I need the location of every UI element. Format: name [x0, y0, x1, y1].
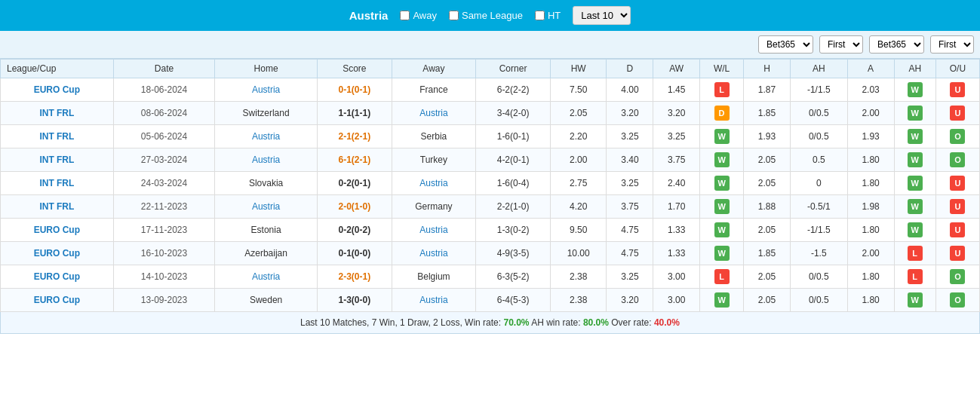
col-score: Score — [317, 60, 392, 78]
wl-badge: W — [714, 199, 730, 214]
bet365-select-2[interactable]: Bet365 — [869, 35, 924, 54]
date-label: 22-11-2023 — [141, 201, 187, 212]
col-away: Away — [392, 60, 475, 78]
a-value: 1.80 — [862, 178, 879, 188]
d-value: 4.75 — [621, 225, 638, 235]
league-label: EURO Cup — [34, 84, 80, 95]
win-rate: 70.0% — [503, 317, 529, 328]
table-row: INT FRL08-06-2024Switzerland1-1(1-1)Aust… — [1, 102, 980, 125]
hw-value: 2.05 — [570, 108, 587, 118]
ht-checkbox-label[interactable]: HT — [535, 10, 561, 21]
ah-badge: W — [908, 129, 923, 144]
home-team[interactable]: Austria — [252, 201, 280, 212]
d-value: 3.20 — [621, 108, 638, 118]
first-select-2[interactable]: First — [930, 35, 974, 54]
footer-cell: Last 10 Matches, 7 Win, 1 Draw, 2 Loss, … — [1, 312, 980, 334]
date-label: 24-03-2024 — [141, 178, 187, 188]
ou-badge: O — [950, 269, 965, 284]
wl-badge: W — [714, 222, 730, 237]
away-team[interactable]: Austria — [419, 295, 447, 305]
aw-value: 2.40 — [668, 178, 685, 188]
corner-value: 6-2(2-2) — [497, 84, 530, 95]
ah-text: AH win rate: — [530, 317, 583, 328]
aw-value: 3.25 — [668, 131, 685, 142]
ah-badge: W — [908, 292, 923, 308]
last-n-select[interactable]: Last 10 Last 20 Last 30 — [573, 6, 631, 25]
league-label: EURO Cup — [34, 225, 80, 235]
col-a: A — [847, 60, 894, 78]
wl-badge: L — [714, 82, 730, 97]
table-row: EURO Cup16-10-2023Azerbaijan0-1(0-0)Aust… — [1, 242, 980, 265]
first-select-1[interactable]: First — [819, 35, 863, 54]
d-value: 4.00 — [621, 84, 638, 95]
hw-value: 7.50 — [570, 84, 587, 95]
over-text: Over rate: — [609, 317, 654, 328]
h-value: 1.85 — [758, 108, 776, 118]
league-label: INT FRL — [39, 131, 74, 142]
ou-badge: O — [950, 292, 965, 308]
score-value: 2-1(2-1) — [338, 131, 370, 142]
league-label: INT FRL — [39, 155, 74, 165]
matches-table: League/Cup Date Home Score Away Corner H… — [0, 59, 980, 334]
d-value: 3.75 — [621, 201, 638, 212]
same-league-checkbox[interactable] — [449, 11, 459, 20]
wl-badge: L — [714, 269, 730, 284]
away-checkbox[interactable] — [400, 11, 410, 20]
a-value: 1.80 — [862, 295, 879, 305]
wl-badge: W — [714, 176, 730, 191]
ah-badge: W — [908, 176, 923, 191]
aw-value: 3.20 — [668, 108, 685, 118]
d-value: 3.25 — [621, 178, 638, 188]
h-value: 2.05 — [758, 271, 776, 282]
wl-badge: W — [714, 152, 730, 167]
league-label: EURO Cup — [34, 271, 80, 282]
ou-badge: U — [950, 199, 965, 214]
col-corner: Corner — [476, 60, 551, 78]
home-team: Sweden — [250, 295, 282, 305]
away-team[interactable]: Austria — [419, 178, 447, 188]
d-value: 4.75 — [621, 248, 638, 259]
score-value: 1-1(1-1) — [338, 108, 370, 118]
aw-value: 1.33 — [668, 248, 685, 259]
home-team[interactable]: Austria — [252, 155, 280, 165]
col-wl: W/L — [700, 60, 744, 78]
hw-value: 2.38 — [570, 271, 587, 282]
league-label: EURO Cup — [34, 295, 80, 305]
same-league-checkbox-label[interactable]: Same League — [449, 10, 523, 21]
date-label: 27-03-2024 — [141, 155, 187, 165]
col-d: D — [607, 60, 653, 78]
table-row: EURO Cup14-10-2023Austria2-3(0-1)Belgium… — [1, 265, 980, 289]
ah-badge: L — [908, 246, 923, 261]
score-value: 2-3(0-1) — [338, 271, 370, 282]
home-team[interactable]: Austria — [252, 84, 280, 95]
away-team[interactable]: Austria — [419, 248, 447, 259]
score-value: 6-1(2-1) — [338, 155, 370, 165]
home-team[interactable]: Austria — [252, 131, 280, 142]
home-team: Azerbaijan — [244, 248, 287, 259]
away-checkbox-label[interactable]: Away — [400, 10, 437, 21]
away-team[interactable]: Austria — [419, 225, 447, 235]
col-home: Home — [215, 60, 318, 78]
ah-badge: W — [908, 82, 923, 97]
d-value: 3.40 — [621, 155, 638, 165]
bet365-select-1[interactable]: Bet365 — [758, 35, 813, 54]
ah-value: 0/0.5 — [809, 108, 829, 118]
table-row: EURO Cup17-11-2023Estonia0-2(0-2)Austria… — [1, 219, 980, 242]
d-value: 3.20 — [621, 295, 638, 305]
ah-value: 0/0.5 — [809, 271, 829, 282]
hw-value: 2.20 — [570, 131, 587, 142]
home-team[interactable]: Austria — [252, 271, 280, 282]
ah-value: 0 — [816, 178, 822, 188]
h-value: 2.05 — [758, 178, 776, 188]
league-label: INT FRL — [39, 201, 74, 212]
aw-value: 3.75 — [668, 155, 685, 165]
corner-value: 1-3(0-2) — [497, 225, 530, 235]
score-value: 0-1(0-1) — [338, 84, 370, 95]
date-label: 18-06-2024 — [141, 84, 187, 95]
ht-checkbox[interactable] — [535, 11, 545, 20]
away-team[interactable]: Austria — [419, 108, 447, 118]
league-label: EURO Cup — [34, 248, 80, 259]
hw-value: 2.00 — [570, 155, 587, 165]
table-row: INT FRL27-03-2024Austria6-1(2-1)Turkey4-… — [1, 148, 980, 172]
home-team: Switzerland — [243, 108, 290, 118]
